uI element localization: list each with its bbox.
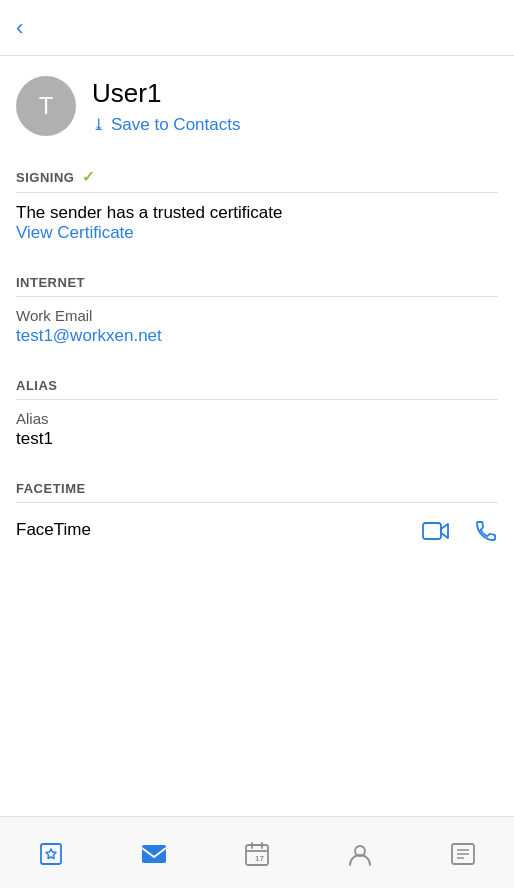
save-icon: ⤓ [92, 115, 105, 134]
tab-keypad[interactable]: 17 [206, 838, 309, 867]
tab-voicemail[interactable] [411, 838, 514, 867]
avatar: T [16, 76, 76, 136]
tab-bar: 17 [0, 816, 514, 888]
facetime-header: FACETIME [0, 465, 514, 502]
facetime-title: FACETIME [16, 481, 86, 496]
alias-section: ALIAS Alias test1 [0, 362, 514, 465]
internet-email[interactable]: test1@workxen.net [16, 326, 498, 346]
svg-rect-0 [423, 523, 441, 539]
svg-rect-2 [142, 845, 166, 863]
contact-info: User1 ⤓ Save to Contacts [92, 78, 240, 135]
internet-field-label: Work Email [16, 307, 498, 324]
alias-content: Alias test1 [0, 400, 514, 465]
avatar-initial: T [39, 92, 54, 120]
contacts-icon [347, 838, 373, 867]
internet-section: INTERNET Work Email test1@workxen.net [0, 259, 514, 362]
signing-title: SIGNING [16, 170, 74, 185]
alias-header: ALIAS [0, 362, 514, 399]
view-certificate-button[interactable]: View Certificate [16, 223, 498, 243]
internet-title: INTERNET [16, 275, 85, 290]
recents-icon [140, 839, 168, 867]
facetime-row: FaceTime [0, 503, 514, 557]
tab-recents[interactable] [103, 839, 206, 867]
facetime-section: FACETIME FaceTime [0, 465, 514, 557]
signing-section: SIGNING ✓ The sender has a trusted certi… [0, 152, 514, 259]
facetime-video-icon[interactable] [422, 517, 450, 543]
tab-favorites[interactable] [0, 838, 103, 867]
alias-field-label: Alias [16, 410, 498, 427]
save-to-contacts-label: Save to Contacts [111, 115, 240, 135]
svg-text:17: 17 [255, 854, 264, 863]
save-to-contacts-button[interactable]: ⤓ Save to Contacts [92, 115, 240, 135]
keypad-icon: 17 [244, 838, 270, 867]
tab-contacts[interactable] [308, 838, 411, 867]
favorites-icon [38, 838, 64, 867]
signing-description: The sender has a trusted certificate [16, 203, 498, 223]
back-button[interactable]: ‹ [16, 15, 31, 41]
alias-title: ALIAS [16, 378, 58, 393]
signing-header: SIGNING ✓ [0, 152, 514, 192]
svg-rect-1 [41, 844, 61, 864]
contact-header: T User1 ⤓ Save to Contacts [0, 56, 514, 152]
signing-content: The sender has a trusted certificate Vie… [0, 193, 514, 259]
signing-checkmark: ✓ [82, 168, 96, 186]
facetime-icons [422, 517, 498, 543]
facetime-audio-icon[interactable] [474, 517, 498, 543]
internet-header: INTERNET [0, 259, 514, 296]
contact-name: User1 [92, 78, 240, 109]
header: ‹ [0, 0, 514, 56]
alias-value: test1 [16, 429, 498, 449]
internet-content: Work Email test1@workxen.net [0, 297, 514, 362]
facetime-label: FaceTime [16, 520, 91, 540]
voicemail-icon [450, 838, 476, 867]
